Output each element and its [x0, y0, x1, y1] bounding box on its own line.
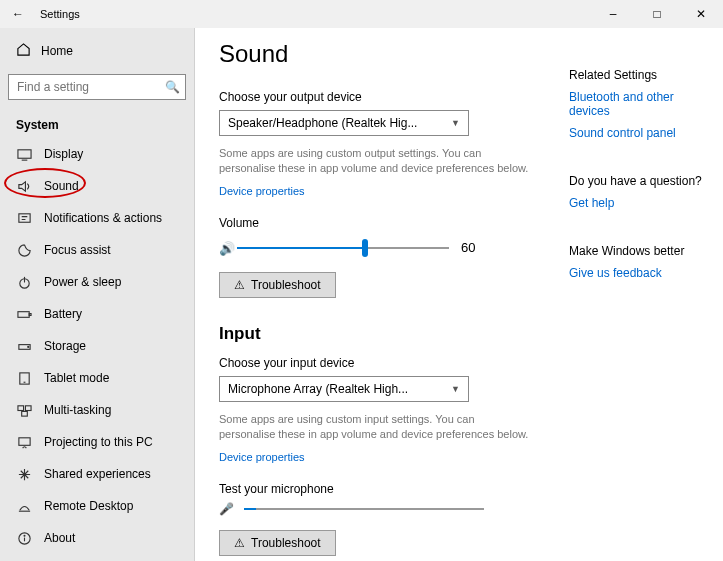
- volume-label: Volume: [219, 216, 531, 230]
- focus-assist-icon: [16, 242, 32, 258]
- slider-fill: [237, 247, 365, 249]
- troubleshoot-label: Troubleshoot: [251, 536, 321, 550]
- output-device-label: Choose your output device: [219, 90, 531, 104]
- sidebar-item-label: Projecting to this PC: [44, 435, 153, 449]
- svg-rect-14: [18, 437, 29, 445]
- sidebar-item-label: Multi-tasking: [44, 403, 111, 417]
- related-settings-title: Related Settings: [569, 68, 709, 82]
- sidebar-item-label: About: [44, 531, 75, 545]
- search-input[interactable]: [8, 74, 186, 100]
- sidebar-item-label: Remote Desktop: [44, 499, 133, 513]
- sidebar-item-storage[interactable]: Storage: [8, 330, 186, 362]
- sidebar-item-power[interactable]: Power & sleep: [8, 266, 186, 298]
- sidebar-group-title: System: [8, 108, 186, 138]
- svg-rect-12: [25, 405, 31, 410]
- main-content: Sound Choose your output device Speaker/…: [195, 28, 555, 561]
- maximize-button[interactable]: □: [635, 0, 679, 28]
- sidebar-item-multitasking[interactable]: Multi-tasking: [8, 394, 186, 426]
- input-hint: Some apps are using custom input setting…: [219, 412, 531, 443]
- battery-icon: [16, 306, 32, 322]
- sidebar-item-focus-assist[interactable]: Focus assist: [8, 234, 186, 266]
- input-device-selected: Microphone Array (Realtek High...: [228, 382, 408, 396]
- input-device-label: Choose your input device: [219, 356, 531, 370]
- input-device-properties-link[interactable]: Device properties: [219, 451, 305, 463]
- sidebar-item-projecting[interactable]: Projecting to this PC: [8, 426, 186, 458]
- sidebar-item-label: Shared experiences: [44, 467, 151, 481]
- sidebar-item-label: Tablet mode: [44, 371, 109, 385]
- get-help-link[interactable]: Get help: [569, 196, 709, 210]
- sidebar-item-label: Battery: [44, 307, 82, 321]
- sidebar-home[interactable]: Home: [8, 36, 186, 66]
- window-title: Settings: [40, 8, 80, 20]
- input-troubleshoot-button[interactable]: ⚠ Troubleshoot: [219, 530, 336, 556]
- projecting-icon: [16, 434, 32, 450]
- sound-icon: [16, 178, 32, 194]
- output-troubleshoot-button[interactable]: ⚠ Troubleshoot: [219, 272, 336, 298]
- chevron-down-icon: ▼: [451, 118, 460, 128]
- better-title: Make Windows better: [569, 244, 709, 258]
- input-heading: Input: [219, 324, 531, 344]
- volume-slider[interactable]: 🔊: [219, 238, 449, 258]
- sidebar-item-notifications[interactable]: Notifications & actions: [8, 202, 186, 234]
- output-device-selected: Speaker/Headphone (Realtek Hig...: [228, 116, 417, 130]
- feedback-link[interactable]: Give us feedback: [569, 266, 709, 280]
- right-column: Related Settings Bluetooth and other dev…: [555, 28, 723, 561]
- notifications-icon: [16, 210, 32, 226]
- svg-rect-11: [17, 405, 23, 410]
- sidebar-item-tablet-mode[interactable]: Tablet mode: [8, 362, 186, 394]
- sidebar-item-label: Power & sleep: [44, 275, 121, 289]
- output-device-properties-link[interactable]: Device properties: [219, 185, 305, 197]
- sidebar-item-label: Notifications & actions: [44, 211, 162, 225]
- output-device-select[interactable]: Speaker/Headphone (Realtek Hig... ▼: [219, 110, 469, 136]
- about-icon: [16, 530, 32, 546]
- volume-value: 60: [461, 240, 475, 255]
- speaker-icon: 🔊: [219, 240, 235, 255]
- sidebar-item-remote-desktop[interactable]: Remote Desktop: [8, 490, 186, 522]
- page-title: Sound: [219, 40, 531, 68]
- sound-control-panel-link[interactable]: Sound control panel: [569, 126, 709, 140]
- slider-thumb[interactable]: [362, 239, 368, 257]
- output-hint: Some apps are using custom output settin…: [219, 146, 531, 177]
- sidebar-item-label: Sound: [44, 179, 79, 193]
- test-mic-label: Test your microphone: [219, 482, 531, 496]
- minimize-button[interactable]: –: [591, 0, 635, 28]
- sidebar-item-label: Focus assist: [44, 243, 111, 257]
- sidebar-item-about[interactable]: About: [8, 522, 186, 554]
- svg-rect-5: [17, 311, 28, 317]
- microphone-icon: 🎤: [219, 502, 234, 516]
- titlebar: ← Settings – □ ✕: [0, 0, 723, 28]
- sidebar: Home 🔍 System Display Sound Notification…: [0, 28, 195, 561]
- chevron-down-icon: ▼: [451, 384, 460, 394]
- sidebar-home-label: Home: [41, 44, 73, 58]
- search-box[interactable]: 🔍: [8, 74, 186, 100]
- svg-point-8: [27, 346, 28, 347]
- warning-icon: ⚠: [234, 278, 245, 292]
- sidebar-item-label: Storage: [44, 339, 86, 353]
- svg-rect-13: [21, 411, 27, 416]
- home-icon: [16, 42, 31, 60]
- input-device-select[interactable]: Microphone Array (Realtek High... ▼: [219, 376, 469, 402]
- sidebar-item-sound[interactable]: Sound: [8, 170, 186, 202]
- power-icon: [16, 274, 32, 290]
- back-icon[interactable]: ←: [12, 7, 24, 21]
- mic-level-bar: [244, 508, 484, 510]
- sidebar-item-display[interactable]: Display: [8, 138, 186, 170]
- sidebar-item-label: Display: [44, 147, 83, 161]
- tablet-icon: [16, 370, 32, 386]
- close-button[interactable]: ✕: [679, 0, 723, 28]
- sidebar-item-battery[interactable]: Battery: [8, 298, 186, 330]
- svg-rect-6: [29, 313, 31, 315]
- search-icon: 🔍: [165, 80, 180, 94]
- svg-point-18: [24, 535, 25, 536]
- sidebar-item-shared[interactable]: Shared experiences: [8, 458, 186, 490]
- display-icon: [16, 146, 32, 162]
- storage-icon: [16, 338, 32, 354]
- warning-icon: ⚠: [234, 536, 245, 550]
- troubleshoot-label: Troubleshoot: [251, 278, 321, 292]
- question-title: Do you have a question?: [569, 174, 709, 188]
- bluetooth-devices-link[interactable]: Bluetooth and other devices: [569, 90, 709, 118]
- remote-desktop-icon: [16, 498, 32, 514]
- shared-icon: [16, 466, 32, 482]
- multitasking-icon: [16, 402, 32, 418]
- svg-rect-2: [18, 213, 29, 221]
